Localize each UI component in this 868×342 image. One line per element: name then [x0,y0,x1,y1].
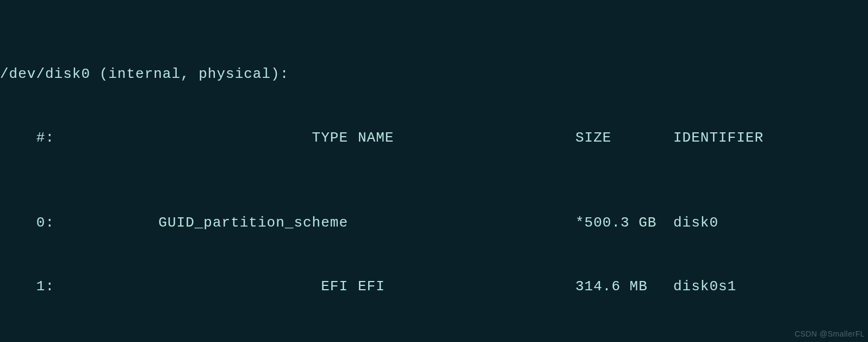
row-type: Apple_APFS [54,340,348,342]
terminal-output: /dev/disk0 (internal, physical): #: TYPE… [0,0,868,342]
col-size: SIZE [575,127,673,149]
col-name: NAME [358,127,575,149]
table-row: 2: Apple_APFS Container disk1 500.0 GB d… [0,340,868,342]
row-type: GUID_partition_scheme [54,212,348,234]
table-row: 1: EFI EFI 314.6 MB disk0s1 [0,276,868,297]
row-id: disk0 [673,212,718,234]
row-name [358,212,575,234]
watermark: CSDN @SmallerFL [795,328,865,340]
row-size: 500.0 GB [575,340,673,342]
row-size: 314.6 MB [575,276,673,297]
table-row: 0: GUID_partition_scheme *500.3 GB disk0 [0,212,868,234]
row-idx: 1: [0,276,54,297]
row-name: EFI [358,276,575,297]
col-idx: #: [0,127,54,149]
row-id: disk0s1 [673,276,736,297]
row-name: Container disk1 [358,340,575,342]
disk0-header: /dev/disk0 (internal, physical): [0,64,868,85]
col-id: IDENTIFIER [673,127,764,149]
row-size: *500.3 GB [575,212,673,234]
col-type: TYPE [54,127,348,149]
row-type: EFI [54,276,348,297]
disk0-columns: #: TYPE NAME SIZE IDENTIFIER [0,127,868,149]
row-id: disk0s2 [673,340,736,342]
row-idx: 2: [0,340,54,342]
row-idx: 0: [0,212,54,234]
